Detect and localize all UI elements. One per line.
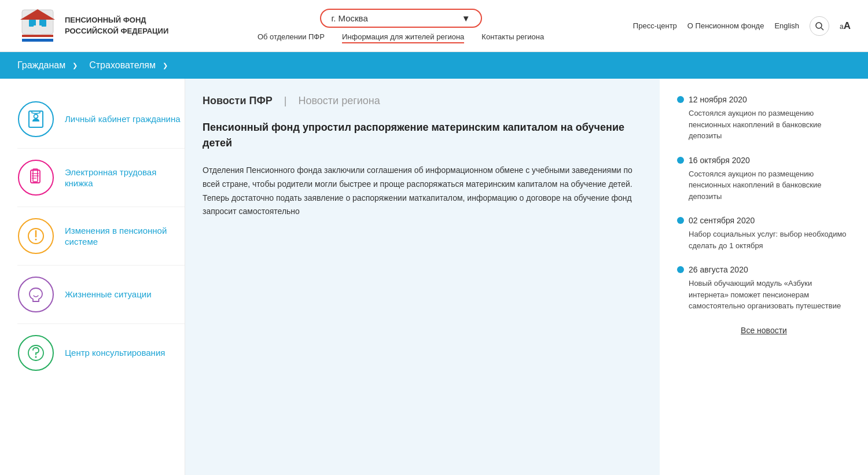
consulting-icon-wrap [17,334,54,371]
main-navigation: Гражданам ❯ Страхователям ❯ [0,52,868,79]
nav-insurers[interactable]: Страхователям ❯ [89,52,179,79]
sidebar-item-consulting[interactable]: Центр консультирования [17,324,185,382]
nav-insurers-chevron: ❯ [163,62,168,69]
tab-divider: | [284,95,287,107]
news-snippet-1[interactable]: Состоялся аукцион по размещению пенсионн… [677,168,851,202]
sidebar-label-pension-changes: Изменения в пенсионной системе [65,225,185,248]
svg-point-21 [35,356,37,358]
site-header: ПЕНСИОННЫЙ ФОНД РОССИЙСКОЙ ФЕДЕРАЦИИ г. … [0,0,868,52]
date-text-2: 02 сентября 2020 [689,216,755,225]
pension-changes-icon-wrap [17,218,54,255]
about-fund-link[interactable]: О Пенсионном фонде [687,21,764,30]
consulting-icon [18,335,54,371]
news-date-1: 16 октября 2020 [677,156,851,165]
news-date-0: 12 ноября 2020 [677,95,851,104]
sidebar-label-life-situations: Жизненные ситуации [65,289,152,300]
subnav-item-2[interactable]: Информация для жителей региона [342,32,464,43]
press-center-link[interactable]: Пресс-центр [633,21,677,30]
font-size-toggle[interactable]: аА [840,20,851,32]
sidebar-label-personal-account: Личный кабинет гражданина [65,113,181,125]
chevron-down-icon: ▼ [462,13,470,23]
sidebar: Личный кабинет гражданина Электронная тр… [0,79,185,475]
sidebar-label-labor-book: Электронная трудовая книжка [65,167,185,189]
article-title: Пенсионный фонд упростил распоряжение ма… [203,120,642,151]
sub-navigation: Об отделении ПФР Информация для жителей … [258,32,544,43]
labor-book-icon [18,160,54,196]
news-date-3: 26 августа 2020 [677,265,851,274]
date-dot-3 [677,266,684,273]
svg-line-9 [821,28,823,30]
main-content: Личный кабинет гражданина Электронная тр… [0,79,868,475]
sidebar-label-consulting: Центр консультирования [65,347,165,359]
language-link[interactable]: English [774,21,799,30]
news-date-2: 02 сентября 2020 [677,216,851,225]
article-body: Отделения Пенсионного фонда заключили со… [203,164,642,219]
news-snippet-2[interactable]: Набор социальных услуг: выбор необходимо… [677,229,851,251]
region-label: г. Москва [332,13,368,23]
date-text-0: 12 ноября 2020 [689,95,747,104]
center-column: Новости ПФР | Новости региона Пенсионный… [185,79,660,475]
sidebar-item-labor-book[interactable]: Электронная трудовая книжка [17,149,185,207]
news-tabs: Новости ПФР | Новости региона [203,95,642,107]
sidebar-item-personal-account[interactable]: Личный кабинет гражданина [17,90,185,149]
sidebar-item-pension-changes[interactable]: Изменения в пенсионной системе [17,207,185,266]
header-right: Пресс-центр О Пенсионном фонде English а… [633,16,851,36]
subnav-item-1[interactable]: Об отделении ПФР [258,32,325,43]
date-text-3: 26 августа 2020 [689,265,748,274]
subnav-item-3[interactable]: Контакты региона [481,32,544,43]
nav-citizens-chevron: ❯ [72,62,78,69]
search-button[interactable] [810,16,829,36]
header-center: г. Москва ▼ Об отделении ПФР Информация … [168,9,633,43]
nav-citizens[interactable]: Гражданам ❯ [17,52,89,79]
svg-point-8 [816,23,822,28]
life-situations-icon-wrap [17,276,54,313]
svg-rect-4 [34,25,42,34]
pfr-logo-icon [17,7,58,45]
svg-rect-12 [31,170,40,183]
personal-account-icon-wrap [17,101,54,138]
date-text-1: 16 октября 2020 [689,156,750,165]
news-item-2: 02 сентября 2020 Набор социальных услуг:… [677,216,851,251]
region-selector[interactable]: г. Москва ▼ [320,9,482,28]
life-situations-icon [18,277,54,312]
date-dot-2 [677,217,684,224]
sidebar-item-life-situations[interactable]: Жизненные ситуации [17,266,185,324]
svg-point-19 [35,239,37,241]
news-snippet-0[interactable]: Состоялся аукцион по размещению пенсионн… [677,108,851,142]
news-item-3: 26 августа 2020 Новый обучающий модуль «… [677,265,851,312]
news-snippet-3[interactable]: Новый обучающий модуль «Азбуки интернета… [677,278,851,312]
svg-rect-7 [22,35,53,37]
date-dot-0 [677,96,684,103]
news-item-0: 12 ноября 2020 Состоялся аукцион по разм… [677,95,851,142]
logo-text: ПЕНСИОННЫЙ ФОНД РОССИЙСКОЙ ФЕДЕРАЦИИ [65,15,168,36]
all-news-link[interactable]: Все новости [677,326,851,335]
tab-pfr-news[interactable]: Новости ПФР [203,95,273,107]
date-dot-1 [677,157,684,164]
right-column: 12 ноября 2020 Состоялся аукцион по разм… [660,79,868,475]
svg-rect-6 [22,39,53,42]
svg-point-11 [34,115,38,119]
news-item-1: 16 октября 2020 Состоялся аукцион по раз… [677,156,851,202]
labor-book-icon-wrap [17,159,54,196]
personal-account-icon [18,101,54,137]
svg-rect-13 [33,169,38,182]
search-icon [815,21,824,31]
tab-region-news[interactable]: Новости региона [298,95,380,107]
logo-area: ПЕНСИОННЫЙ ФОНД РОССИЙСКОЙ ФЕДЕРАЦИИ [17,7,168,45]
pension-changes-icon [18,218,54,254]
